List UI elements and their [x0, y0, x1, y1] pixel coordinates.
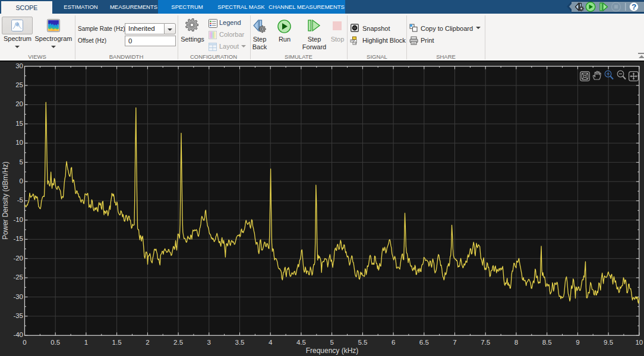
svg-text:0.5: 0.5 — [50, 339, 60, 346]
svg-text:7.5: 7.5 — [481, 339, 490, 346]
svg-text:8.5: 8.5 — [542, 339, 552, 346]
svg-text:0: 0 — [20, 177, 23, 185]
svg-text:10: 10 — [635, 339, 643, 346]
svg-text:30: 30 — [15, 62, 23, 69]
svg-text:7: 7 — [453, 339, 456, 346]
svg-text:6: 6 — [392, 339, 395, 346]
svg-text:-15: -15 — [13, 235, 23, 242]
svg-text:-5: -5 — [17, 196, 23, 204]
svg-text:4.5: 4.5 — [296, 339, 306, 346]
svg-text:-20: -20 — [13, 255, 23, 262]
svg-text:25: 25 — [15, 81, 23, 88]
svg-text:5.5: 5.5 — [358, 339, 367, 346]
svg-text:9.5: 9.5 — [604, 339, 613, 346]
svg-text:Power Density (dBm/Hz): Power Density (dBm/Hz) — [1, 161, 10, 239]
svg-text:1.5: 1.5 — [112, 339, 122, 346]
svg-text:Frequency (kHz): Frequency (kHz) — [306, 347, 359, 355]
svg-text:20: 20 — [15, 100, 23, 107]
svg-text:5: 5 — [20, 158, 23, 166]
svg-text:2: 2 — [146, 339, 149, 346]
svg-text:-25: -25 — [13, 274, 23, 281]
svg-text:-30: -30 — [13, 293, 23, 300]
svg-text:2.5: 2.5 — [173, 339, 183, 346]
svg-text:8: 8 — [514, 339, 518, 346]
svg-text:4: 4 — [269, 339, 273, 346]
svg-text:9: 9 — [576, 339, 579, 346]
svg-text:-10: -10 — [13, 216, 23, 223]
svg-text:1: 1 — [84, 339, 88, 346]
svg-text:5: 5 — [330, 339, 333, 346]
svg-text:-40: -40 — [13, 331, 23, 338]
svg-text:6.5: 6.5 — [419, 339, 429, 346]
svg-text:3.5: 3.5 — [235, 339, 245, 346]
svg-text:3: 3 — [207, 339, 211, 346]
svg-text:10: 10 — [15, 139, 23, 146]
svg-text:0: 0 — [23, 339, 26, 346]
svg-text:-35: -35 — [13, 312, 23, 319]
svg-text:15: 15 — [15, 120, 23, 127]
svg-text:?: ? — [632, 2, 636, 11]
